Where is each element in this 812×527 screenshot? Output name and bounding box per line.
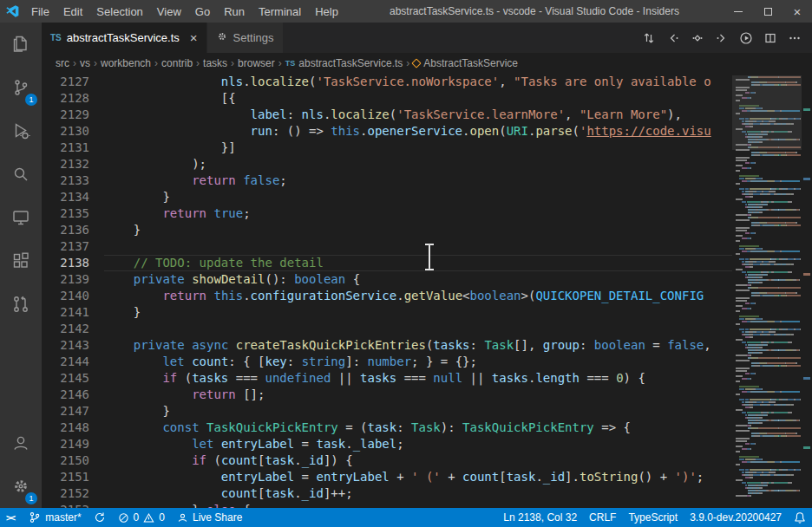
line-number[interactable]: 2146 — [42, 387, 104, 403]
code-text[interactable]: } else { — [104, 502, 732, 508]
scrollbar[interactable] — [802, 74, 812, 508]
code-text[interactable]: let entryLabel = task._label; — [104, 436, 732, 452]
menu-help[interactable]: Help — [308, 0, 345, 23]
eol-button[interactable]: CRLF — [583, 508, 622, 527]
run-file-icon[interactable] — [734, 23, 758, 53]
breadcrumb-item[interactable]: vs — [80, 57, 90, 69]
code-text[interactable]: const TaskQuickPickEntry = (task: Task):… — [104, 420, 732, 436]
minimap-slider[interactable] — [732, 75, 802, 150]
close-button[interactable]: × — [783, 0, 812, 23]
code-text[interactable]: let count: { [key: string]: number; } = … — [104, 354, 732, 370]
settings-gear-icon[interactable]: 1 — [0, 465, 42, 508]
line-number[interactable]: 2137 — [42, 238, 104, 255]
navigate-forward-icon[interactable] — [710, 23, 734, 53]
line-number[interactable]: 2145 — [42, 370, 104, 387]
menu-run[interactable]: Run — [217, 0, 252, 23]
menu-selection[interactable]: Selection — [89, 0, 149, 23]
breadcrumb-item[interactable]: contrib — [161, 57, 193, 69]
code-text[interactable]: count[task._id]++; — [104, 485, 732, 502]
notifications-button[interactable] — [788, 508, 812, 527]
line-number[interactable]: 2152 — [42, 485, 104, 502]
remote-explorer-icon[interactable] — [0, 196, 42, 239]
sync-button[interactable] — [88, 508, 112, 527]
navigate-step-icon[interactable] — [685, 23, 710, 53]
line-number[interactable]: 2153 — [42, 502, 104, 508]
line-number[interactable]: 2140 — [42, 288, 104, 304]
code-text[interactable]: } — [104, 403, 732, 420]
problems-button[interactable]: 0 0 — [112, 508, 171, 527]
code-text[interactable]: private showDetail(): boolean { — [104, 271, 732, 288]
extensions-icon[interactable] — [0, 239, 42, 283]
github-pull-request-icon[interactable] — [0, 283, 42, 326]
menu-go[interactable]: Go — [188, 0, 217, 23]
tab-settings[interactable]: Settings — [207, 23, 284, 53]
code-text[interactable]: } — [104, 189, 732, 205]
code-text[interactable]: label: nls.localize('TaskService.learnMo… — [104, 107, 732, 123]
line-number[interactable]: 2149 — [42, 436, 104, 452]
account-icon[interactable] — [0, 421, 42, 465]
breadcrumb-item[interactable]: workbench — [101, 57, 151, 69]
code-text[interactable] — [104, 238, 732, 255]
breadcrumb-item[interactable]: tasks — [203, 57, 227, 69]
breadcrumb-item[interactable]: src — [56, 57, 69, 69]
code-text[interactable]: return []; — [104, 387, 732, 403]
menu-file[interactable]: File — [24, 0, 56, 23]
run-debug-icon[interactable] — [0, 109, 42, 153]
minimize-button[interactable] — [724, 0, 753, 23]
more-actions-icon[interactable] — [783, 23, 807, 53]
line-number[interactable]: 2131 — [42, 140, 104, 156]
language-mode-button[interactable]: TypeScript — [622, 508, 684, 527]
line-number[interactable]: 2143 — [42, 337, 104, 354]
code-text[interactable]: entryLabel = entryLabel + ' (' + count[t… — [104, 469, 732, 485]
line-number[interactable]: 2128 — [42, 90, 104, 107]
code-text[interactable]: [{ — [104, 90, 732, 107]
line-number[interactable]: 2151 — [42, 469, 104, 485]
breadcrumb-item[interactable]: browser — [238, 57, 275, 69]
line-number[interactable]: 2138 — [42, 255, 104, 271]
code-text[interactable]: nls.localize('TaskService.noWorkspace', … — [104, 74, 732, 90]
code-text[interactable]: return false; — [104, 172, 732, 189]
line-number[interactable]: 2129 — [42, 107, 104, 123]
code-text[interactable]: } — [104, 304, 732, 321]
code-text[interactable]: run: () => this.openerService.open(URI.p… — [104, 123, 732, 140]
cursor-position-button[interactable]: Ln 2138, Col 32 — [497, 508, 583, 527]
typescript-version-button[interactable]: 3.9.0-dev.20200427 — [684, 508, 788, 527]
menu-edit[interactable]: Edit — [56, 0, 89, 23]
tab-abstracttaskservice[interactable]: TS abstractTaskService.ts × — [42, 23, 207, 53]
split-editor-icon[interactable] — [758, 23, 783, 53]
line-number[interactable]: 2144 — [42, 354, 104, 370]
code-text[interactable]: }] — [104, 140, 732, 156]
code-text[interactable]: return this.configurationService.getValu… — [104, 288, 732, 304]
line-number[interactable]: 2147 — [42, 403, 104, 420]
line-number[interactable]: 2142 — [42, 321, 104, 337]
line-number[interactable]: 2135 — [42, 205, 104, 222]
explorer-icon[interactable] — [0, 23, 42, 66]
breadcrumb-item[interactable]: TSabstractTaskService.ts — [285, 57, 403, 69]
line-number[interactable]: 2130 — [42, 123, 104, 140]
search-icon[interactable] — [0, 153, 42, 196]
code-text[interactable]: if (count[task._id]) { — [104, 452, 732, 469]
remote-indicator-button[interactable]: >< — [0, 508, 23, 527]
line-number[interactable]: 2127 — [42, 74, 104, 90]
open-changes-icon[interactable] — [637, 23, 661, 53]
line-number[interactable]: 2134 — [42, 189, 104, 205]
code-text[interactable]: // TODO: update the detail — [104, 255, 732, 271]
menu-view[interactable]: View — [150, 0, 188, 23]
close-tab-icon[interactable]: × — [190, 30, 198, 45]
line-number[interactable]: 2139 — [42, 271, 104, 288]
code-text[interactable]: private async createTaskQuickPickEntries… — [104, 337, 732, 354]
code-text[interactable] — [104, 321, 732, 337]
live-share-button[interactable]: Live Share — [171, 508, 248, 527]
code-text[interactable]: if (tasks === undefined || tasks === nul… — [104, 370, 732, 387]
line-number[interactable]: 2132 — [42, 156, 104, 172]
code-text[interactable]: ); — [104, 156, 732, 172]
source-control-icon[interactable]: 1 — [0, 66, 42, 109]
branch-button[interactable]: master* — [23, 508, 87, 527]
line-number[interactable]: 2133 — [42, 172, 104, 189]
line-number[interactable]: 2141 — [42, 304, 104, 321]
breadcrumb-item[interactable]: AbstractTaskService — [413, 57, 518, 69]
line-number[interactable]: 2148 — [42, 420, 104, 436]
maximize-button[interactable] — [753, 0, 783, 23]
minimap[interactable] — [732, 74, 802, 508]
code-text[interactable]: return true; — [104, 205, 732, 222]
